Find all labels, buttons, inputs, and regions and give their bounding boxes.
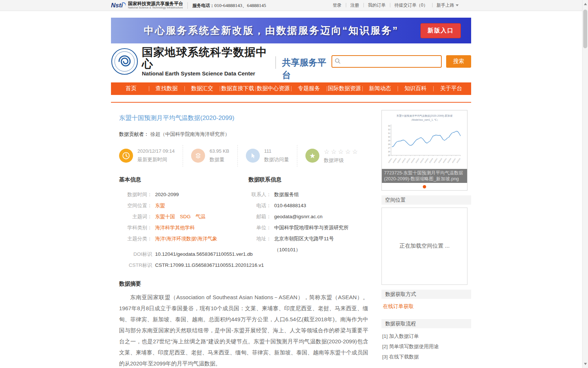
chevron-down-icon <box>456 4 459 6</box>
clock-icon <box>119 149 133 163</box>
svg-text:30: 30 <box>388 136 390 138</box>
rating-stars[interactable]: ☆☆☆☆☆ <box>324 148 359 156</box>
access-process-heading: 数据获取流程 <box>381 319 471 328</box>
info-row-cstr: CSTR标识CSTR:17099.11.G56583671100551.2020… <box>119 260 248 271</box>
scrollbar[interactable] <box>582 0 588 368</box>
svg-text:2022/01: 2022/01 <box>424 158 429 163</box>
nav-item-special-services[interactable]: 专题服务 <box>291 82 327 95</box>
stat-updated-label: 最新更新时间 <box>137 156 175 163</box>
main-nav: 首页 查找数据 数据汇交 数据直接下载 数据中心资源 专题服务 国际数据资源 新… <box>111 82 471 95</box>
site-title-en: National Earth System Science Data Cente… <box>142 71 269 77</box>
spatial-loading-text: 正在加载空间位置 ... <box>399 243 450 250</box>
thumbnail-carousel: 东盟十国预测月平均气温数据(2020-2099)-新加坡（Model:bcc_c… <box>381 110 467 191</box>
location-link[interactable]: 东盟 <box>155 200 165 211</box>
info-row-time: 数据时间：2020-2099 <box>119 189 248 200</box>
svg-text:27: 27 <box>388 147 390 149</box>
register-link[interactable]: 注册 <box>346 2 363 8</box>
login-link[interactable]: 登录 <box>328 2 346 8</box>
nav-item-find-data[interactable]: 查找数据 <box>149 82 184 95</box>
promo-banner-text: 中心服务系统全新改版，由数据服务迈向“知识服务” <box>111 24 420 37</box>
nav-item-center-resources[interactable]: 数据中心资源 <box>255 82 291 95</box>
svg-text:31: 31 <box>388 132 390 134</box>
svg-text:2021/01: 2021/01 <box>406 158 411 163</box>
online-order-link[interactable]: 在线订单获取 <box>381 299 471 314</box>
contact-row-person: 联系人：数据服务组 <box>248 189 368 200</box>
spatial-heading: 空间位置 <box>381 195 471 205</box>
scrollbar-up-arrow[interactable] <box>584 3 587 5</box>
search-button[interactable]: 搜索 <box>446 55 471 68</box>
contact-row-org: 单位：中国科学院地理科学与资源研究所 <box>248 222 368 233</box>
thumbnail-caption: 7723725-东盟十国预测月平均气温数据(2020-2099)-数据缩略图_新… <box>382 169 467 183</box>
service-phone: 服务电话：010-64888143、64888145 <box>192 2 266 9</box>
new-version-button[interactable]: 新版入口 <box>420 23 461 38</box>
info-row-discipline: 学科类别：海洋科学其他学科 <box>119 222 248 233</box>
nav-item-news[interactable]: 新闻动态 <box>362 82 398 95</box>
svg-text:2022/07: 2022/07 <box>433 158 438 163</box>
carousel-dot[interactable] <box>423 185 426 188</box>
nav-item-international-resources[interactable]: 国际数据资源 <box>327 82 362 95</box>
nav-item-knowledge[interactable]: 知识百科 <box>398 82 433 95</box>
topbar-brand-en: National Science & Technology Infrastruc… <box>128 6 183 9</box>
svg-text:（Model:bcc_csm1_1, ℃）: （Model:bcc_csm1_1, ℃） <box>410 118 439 121</box>
nav-item-about[interactable]: 关于平台 <box>433 82 469 95</box>
info-row-doi: DOI标识10.12041/geodata.56583671100551.ver… <box>119 249 248 260</box>
discipline-link[interactable]: 海洋科学其他学科 <box>155 222 195 233</box>
access-process-steps: [1] 加入数据订单 [2] 简单填写数据使用用途 [3] 在线下载数据 <box>381 328 471 364</box>
stat-size: 63.95 KB数据量 <box>183 145 237 167</box>
pending-orders-link[interactable]: 待提交订单（0） <box>390 2 432 8</box>
search-input[interactable] <box>331 55 442 68</box>
star-icon: ★ <box>305 149 319 163</box>
topbar-brand: 国家科技资源共享服务平台 National Science & Technolo… <box>128 1 183 10</box>
svg-text:2020/10: 2020/10 <box>401 158 406 163</box>
beginner-guide-link[interactable]: 新手上路 <box>432 2 463 8</box>
cursor-icon <box>246 149 260 163</box>
nsti-logo: Nsti <box>111 2 125 9</box>
contributor-line: 数据贡献者：徐超（中国科学院南海海洋研究所） <box>119 131 368 138</box>
spatial-map-box: 正在加载空间位置 ... <box>381 208 467 285</box>
nav-item-data-submission[interactable]: 数据汇交 <box>184 82 220 95</box>
dataset-detail: 东盟十国预测月平均气温数据(2020-2099) 数据贡献者：徐超（中国科学院南… <box>111 103 368 368</box>
stat-size-value: 63.95 KB <box>209 148 229 154</box>
svg-text:2020/07: 2020/07 <box>397 158 402 163</box>
contact-row-email: 邮箱：geodata@igsnrr.ac.cn <box>248 211 368 222</box>
scrollbar-down-arrow[interactable] <box>584 363 587 365</box>
nav-item-home[interactable]: 首页 <box>113 82 149 95</box>
contact-info-heading: 数据联系信息 <box>248 176 368 183</box>
nav-item-direct-download[interactable]: 数据直接下载 <box>220 82 255 95</box>
keywords-links[interactable]: 东盟十国 SDG 气温 <box>155 211 205 222</box>
sidebar: 东盟十国预测月平均气温数据(2020-2099)-新加坡（Model:bcc_c… <box>381 103 471 368</box>
process-step-3: [3] 在线下载数据 <box>382 352 471 362</box>
promo-banner: 中心服务系统全新改版，由数据服务迈向“知识服务” 新版入口 <box>111 18 471 43</box>
svg-text:26: 26 <box>388 151 390 152</box>
site-title-cn: 国家地球系统科学数据中心 <box>142 46 269 70</box>
svg-text:2022/10: 2022/10 <box>438 158 442 163</box>
basic-info-section: 基本信息 数据时间：2020-2099 空间位置：东盟 主题词：东盟十国 SDG… <box>119 176 248 271</box>
abstract-section: 数据摘要 东南亚国家联盟（Association of Southeast As… <box>119 280 368 368</box>
info-row-category: 主题分类：海洋\海洋环境数据\海洋气象 <box>119 233 248 244</box>
abstract-text: 东南亚国家联盟（Association of Southeast Asian N… <box>119 292 368 368</box>
topbar-brand-cn: 国家科技资源共享服务平台 <box>128 1 183 7</box>
svg-text:2023/01: 2023/01 <box>442 158 447 163</box>
my-orders-link[interactable]: 我的订单 <box>363 2 390 8</box>
contact-info-section: 数据联系信息 联系人：数据服务组 电话：010-64888143 邮箱：geod… <box>248 176 368 271</box>
dataset-stats: 2020/12/17 09:14最新更新时间 63.95 KB数据量 111数据… <box>119 145 368 167</box>
category-link[interactable]: 海洋\海洋环境数据\海洋气象 <box>155 233 218 244</box>
basic-info-heading: 基本信息 <box>119 176 248 183</box>
svg-text:25: 25 <box>388 154 390 156</box>
svg-text:33: 33 <box>388 125 390 127</box>
svg-text:2023/04: 2023/04 <box>447 158 452 163</box>
service-phone-numbers: 010-64888143、64888145 <box>214 3 266 8</box>
stat-visits: 111数据访问量 <box>237 145 297 167</box>
svg-text:2020/04: 2020/04 <box>392 158 397 163</box>
svg-text:2023/07: 2023/07 <box>452 158 456 163</box>
stat-visits-label: 数据访问量 <box>264 156 289 163</box>
svg-text:29: 29 <box>388 139 390 141</box>
site-logo <box>111 48 138 75</box>
site-header: 国家地球系统科学数据中心 National Earth System Scien… <box>0 43 582 80</box>
scrollbar-thumb[interactable] <box>583 10 587 48</box>
stat-updated: 2020/12/17 09:14最新更新时间 <box>119 145 183 167</box>
svg-text:2022/04: 2022/04 <box>429 158 434 163</box>
contact-row-address: 地址：北京市朝阳区大屯路甲11号（100101） <box>248 233 368 255</box>
stat-visits-value: 111 <box>264 148 289 154</box>
thumbnail-chart[interactable]: 东盟十国预测月平均气温数据(2020-2099)-新加坡（Model:bcc_c… <box>383 112 466 171</box>
